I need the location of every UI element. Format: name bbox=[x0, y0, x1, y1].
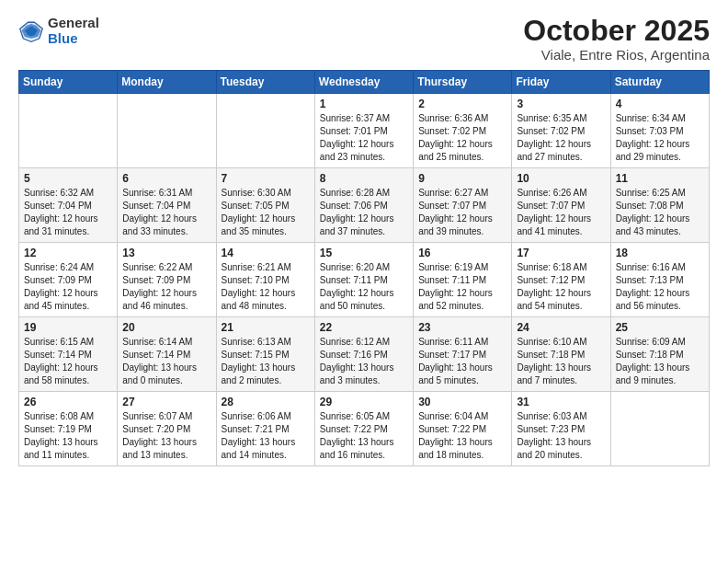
calendar-cell: 30Sunrise: 6:04 AM Sunset: 7:22 PM Dayli… bbox=[414, 392, 512, 466]
day-info: Sunrise: 6:25 AM Sunset: 7:08 PM Dayligh… bbox=[616, 187, 704, 238]
calendar-cell: 29Sunrise: 6:05 AM Sunset: 7:22 PM Dayli… bbox=[314, 392, 413, 466]
calendar-row: 12Sunrise: 6:24 AM Sunset: 7:09 PM Dayli… bbox=[19, 243, 710, 317]
calendar-row: 1Sunrise: 6:37 AM Sunset: 7:01 PM Daylig… bbox=[19, 94, 710, 168]
calendar-row: 5Sunrise: 6:32 AM Sunset: 7:04 PM Daylig… bbox=[19, 168, 710, 243]
logo: General Blue bbox=[18, 15, 99, 47]
calendar-table: Sunday Monday Tuesday Wednesday Thursday… bbox=[18, 70, 710, 466]
calendar-cell: 16Sunrise: 6:19 AM Sunset: 7:11 PM Dayli… bbox=[414, 243, 512, 317]
day-number: 6 bbox=[122, 172, 210, 185]
day-number: 2 bbox=[418, 98, 506, 110]
col-wednesday: Wednesday bbox=[314, 71, 413, 94]
calendar-cell: 13Sunrise: 6:22 AM Sunset: 7:09 PM Dayli… bbox=[118, 243, 216, 317]
day-number: 13 bbox=[122, 247, 210, 259]
day-info: Sunrise: 6:37 AM Sunset: 7:01 PM Dayligh… bbox=[320, 112, 408, 164]
day-number: 19 bbox=[24, 321, 112, 334]
logo-text: General Blue bbox=[48, 15, 99, 47]
day-number: 8 bbox=[320, 172, 408, 185]
day-info: Sunrise: 6:20 AM Sunset: 7:11 PM Dayligh… bbox=[320, 261, 408, 313]
calendar-cell: 4Sunrise: 6:34 AM Sunset: 7:03 PM Daylig… bbox=[610, 94, 709, 168]
calendar-cell: 12Sunrise: 6:24 AM Sunset: 7:09 PM Dayli… bbox=[19, 243, 118, 317]
calendar-cell: 24Sunrise: 6:10 AM Sunset: 7:18 PM Dayli… bbox=[512, 317, 610, 392]
calendar-cell: 28Sunrise: 6:06 AM Sunset: 7:21 PM Dayli… bbox=[216, 392, 314, 466]
logo-icon bbox=[18, 17, 44, 43]
calendar-cell: 14Sunrise: 6:21 AM Sunset: 7:10 PM Dayli… bbox=[216, 243, 314, 317]
day-info: Sunrise: 6:30 AM Sunset: 7:05 PM Dayligh… bbox=[222, 187, 310, 238]
day-info: Sunrise: 6:27 AM Sunset: 7:07 PM Dayligh… bbox=[418, 187, 506, 238]
day-info: Sunrise: 6:32 AM Sunset: 7:04 PM Dayligh… bbox=[24, 187, 112, 238]
calendar-cell: 7Sunrise: 6:30 AM Sunset: 7:05 PM Daylig… bbox=[216, 168, 314, 243]
day-info: Sunrise: 6:11 AM Sunset: 7:17 PM Dayligh… bbox=[418, 336, 506, 387]
day-info: Sunrise: 6:06 AM Sunset: 7:21 PM Dayligh… bbox=[222, 410, 310, 462]
calendar-cell: 25Sunrise: 6:09 AM Sunset: 7:18 PM Dayli… bbox=[610, 317, 709, 392]
day-info: Sunrise: 6:19 AM Sunset: 7:11 PM Dayligh… bbox=[418, 261, 506, 313]
calendar-cell: 15Sunrise: 6:20 AM Sunset: 7:11 PM Dayli… bbox=[314, 243, 413, 317]
day-number: 24 bbox=[517, 321, 605, 334]
day-info: Sunrise: 6:09 AM Sunset: 7:18 PM Dayligh… bbox=[616, 336, 704, 387]
day-number: 4 bbox=[616, 98, 704, 110]
day-number: 14 bbox=[222, 247, 310, 259]
day-info: Sunrise: 6:26 AM Sunset: 7:07 PM Dayligh… bbox=[517, 187, 605, 238]
day-number: 23 bbox=[418, 321, 506, 334]
calendar-cell: 6Sunrise: 6:31 AM Sunset: 7:04 PM Daylig… bbox=[118, 168, 216, 243]
logo-blue: Blue bbox=[48, 30, 78, 46]
day-info: Sunrise: 6:36 AM Sunset: 7:02 PM Dayligh… bbox=[418, 112, 506, 164]
day-number: 28 bbox=[222, 396, 310, 408]
calendar-cell: 21Sunrise: 6:13 AM Sunset: 7:15 PM Dayli… bbox=[216, 317, 314, 392]
col-sunday: Sunday bbox=[19, 71, 118, 94]
day-number: 26 bbox=[24, 396, 112, 408]
day-info: Sunrise: 6:14 AM Sunset: 7:14 PM Dayligh… bbox=[122, 336, 210, 387]
day-number: 15 bbox=[320, 247, 408, 259]
calendar-cell bbox=[216, 94, 314, 168]
logo-general: General bbox=[48, 15, 99, 30]
day-number: 18 bbox=[616, 247, 704, 259]
day-info: Sunrise: 6:08 AM Sunset: 7:19 PM Dayligh… bbox=[24, 410, 112, 462]
calendar-cell bbox=[118, 94, 216, 168]
col-saturday: Saturday bbox=[610, 71, 709, 94]
day-number: 11 bbox=[616, 172, 704, 185]
calendar-row: 26Sunrise: 6:08 AM Sunset: 7:19 PM Dayli… bbox=[19, 392, 710, 466]
calendar-cell: 26Sunrise: 6:08 AM Sunset: 7:19 PM Dayli… bbox=[19, 392, 118, 466]
calendar-cell bbox=[610, 392, 709, 466]
day-number: 9 bbox=[418, 172, 506, 185]
calendar-cell: 31Sunrise: 6:03 AM Sunset: 7:23 PM Dayli… bbox=[512, 392, 610, 466]
day-number: 16 bbox=[418, 247, 506, 259]
day-number: 10 bbox=[517, 172, 605, 185]
day-info: Sunrise: 6:15 AM Sunset: 7:14 PM Dayligh… bbox=[24, 336, 112, 387]
day-number: 12 bbox=[24, 247, 112, 259]
calendar-cell: 23Sunrise: 6:11 AM Sunset: 7:17 PM Dayli… bbox=[414, 317, 512, 392]
day-info: Sunrise: 6:34 AM Sunset: 7:03 PM Dayligh… bbox=[616, 112, 704, 164]
calendar-cell: 22Sunrise: 6:12 AM Sunset: 7:16 PM Dayli… bbox=[314, 317, 413, 392]
day-info: Sunrise: 6:07 AM Sunset: 7:20 PM Dayligh… bbox=[122, 410, 210, 462]
day-info: Sunrise: 6:35 AM Sunset: 7:02 PM Dayligh… bbox=[517, 112, 605, 164]
day-info: Sunrise: 6:10 AM Sunset: 7:18 PM Dayligh… bbox=[517, 336, 605, 387]
calendar-cell: 5Sunrise: 6:32 AM Sunset: 7:04 PM Daylig… bbox=[19, 168, 118, 243]
calendar-cell: 2Sunrise: 6:36 AM Sunset: 7:02 PM Daylig… bbox=[414, 94, 512, 168]
day-number: 22 bbox=[320, 321, 408, 334]
day-info: Sunrise: 6:13 AM Sunset: 7:15 PM Dayligh… bbox=[222, 336, 310, 387]
day-number: 25 bbox=[616, 321, 704, 334]
day-info: Sunrise: 6:18 AM Sunset: 7:12 PM Dayligh… bbox=[517, 261, 605, 313]
day-number: 5 bbox=[24, 172, 112, 185]
calendar-cell: 20Sunrise: 6:14 AM Sunset: 7:14 PM Dayli… bbox=[118, 317, 216, 392]
day-info: Sunrise: 6:21 AM Sunset: 7:10 PM Dayligh… bbox=[222, 261, 310, 313]
calendar-cell: 8Sunrise: 6:28 AM Sunset: 7:06 PM Daylig… bbox=[314, 168, 413, 243]
col-monday: Monday bbox=[118, 71, 216, 94]
day-number: 20 bbox=[122, 321, 210, 334]
day-info: Sunrise: 6:22 AM Sunset: 7:09 PM Dayligh… bbox=[122, 261, 210, 313]
calendar-cell: 27Sunrise: 6:07 AM Sunset: 7:20 PM Dayli… bbox=[118, 392, 216, 466]
calendar-row: 19Sunrise: 6:15 AM Sunset: 7:14 PM Dayli… bbox=[19, 317, 710, 392]
day-number: 7 bbox=[222, 172, 310, 185]
calendar-cell: 19Sunrise: 6:15 AM Sunset: 7:14 PM Dayli… bbox=[19, 317, 118, 392]
day-info: Sunrise: 6:24 AM Sunset: 7:09 PM Dayligh… bbox=[24, 261, 112, 313]
col-tuesday: Tuesday bbox=[216, 71, 314, 94]
col-friday: Friday bbox=[512, 71, 610, 94]
day-info: Sunrise: 6:03 AM Sunset: 7:23 PM Dayligh… bbox=[517, 410, 605, 462]
day-number: 17 bbox=[517, 247, 605, 259]
calendar-cell: 17Sunrise: 6:18 AM Sunset: 7:12 PM Dayli… bbox=[512, 243, 610, 317]
day-info: Sunrise: 6:28 AM Sunset: 7:06 PM Dayligh… bbox=[320, 187, 408, 238]
day-number: 27 bbox=[122, 396, 210, 408]
calendar-cell: 1Sunrise: 6:37 AM Sunset: 7:01 PM Daylig… bbox=[314, 94, 413, 168]
day-number: 3 bbox=[517, 98, 605, 110]
calendar-cell: 18Sunrise: 6:16 AM Sunset: 7:13 PM Dayli… bbox=[610, 243, 709, 317]
calendar-cell: 11Sunrise: 6:25 AM Sunset: 7:08 PM Dayli… bbox=[610, 168, 709, 243]
